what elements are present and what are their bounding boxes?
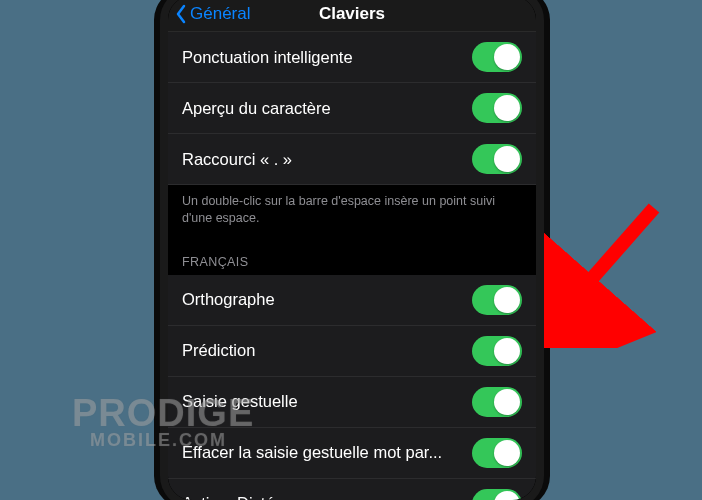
row-apercu[interactable]: Aperçu du caractère [168,83,536,134]
section-header-francais: FRANÇAIS [168,241,536,275]
back-button[interactable]: Général [168,4,250,24]
row-label: Prédiction [182,341,265,360]
row-raccourci[interactable]: Raccourci « . » [168,134,536,185]
screen: Général Claviers Ponctuation intelligent… [168,0,536,500]
row-label: Activer Dictée [182,494,294,500]
row-label: Effacer la saisie gestuelle mot par... [182,443,452,462]
row-label: Saisie gestuelle [182,392,308,411]
toggle-switch[interactable] [472,144,522,174]
section-footer: Un double-clic sur la barre d'espace ins… [168,185,536,241]
toggle-switch[interactable] [472,489,522,500]
row-label: Orthographe [182,290,285,309]
toggle-switch[interactable] [472,93,522,123]
row-activer-dictee[interactable]: Activer Dictée [168,479,536,500]
annotation-arrow-icon [544,198,674,348]
row-orthographe[interactable]: Orthographe [168,275,536,326]
svg-line-0 [566,208,654,308]
toggle-switch[interactable] [472,285,522,315]
navbar: Général Claviers [168,0,536,32]
chevron-left-icon [174,4,188,24]
toggle-switch[interactable] [472,336,522,366]
row-saisie-gestuelle[interactable]: Saisie gestuelle [168,377,536,428]
back-label: Général [190,4,250,24]
row-effacer-saisie[interactable]: Effacer la saisie gestuelle mot par... [168,428,536,479]
toggle-switch[interactable] [472,438,522,468]
row-prediction[interactable]: Prédiction [168,326,536,377]
settings-list: Ponctuation intelligente Aperçu du carac… [168,32,536,500]
row-label: Ponctuation intelligente [182,48,363,67]
row-ponctuation[interactable]: Ponctuation intelligente [168,32,536,83]
phone-frame: Général Claviers Ponctuation intelligent… [160,0,544,500]
toggle-switch[interactable] [472,42,522,72]
row-label: Raccourci « . » [182,150,302,169]
row-label: Aperçu du caractère [182,99,341,118]
toggle-switch[interactable] [472,387,522,417]
